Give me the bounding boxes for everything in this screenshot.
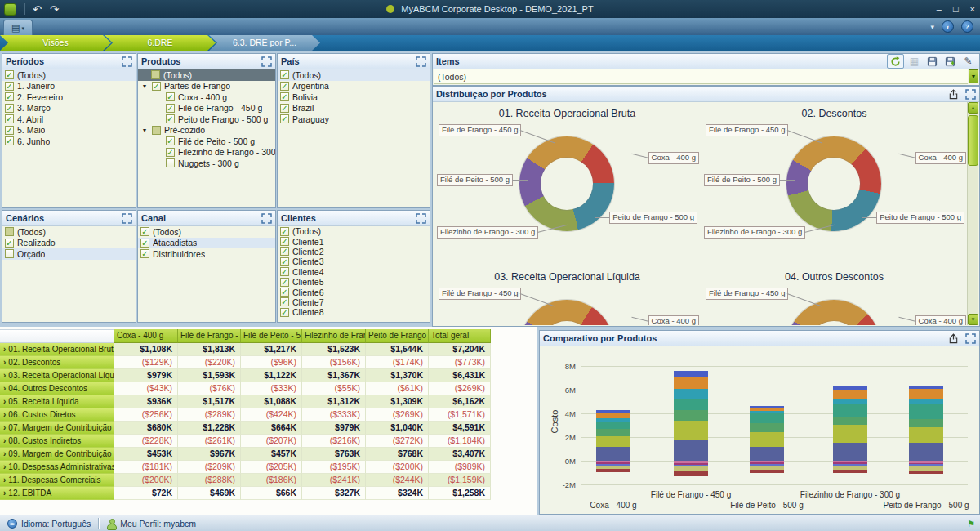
checkbox-checked[interactable]: ✓ [166,136,175,145]
filter-item[interactable]: ✓Brazil [278,103,430,114]
row-expand-icon[interactable]: › [3,343,6,355]
checkbox-checked[interactable]: ✓ [5,70,14,79]
bar-segment[interactable] [596,436,630,448]
checkbox-checked[interactable]: ✓ [152,82,161,91]
filter-item[interactable]: ✓(Todos) [278,69,430,81]
filter-item[interactable]: ✓1. Janeiro [2,81,136,92]
language-status[interactable]: Idioma: Português [0,515,98,531]
bar-segment[interactable] [750,413,784,423]
filter-item[interactable]: ✓Paraguay [278,114,430,125]
filter-item[interactable]: ✓Bolivia [278,91,430,103]
profile-status[interactable]: Meu Perfil: myabcm [99,515,203,531]
row-header[interactable]: ›09. Margem de Contribuição II [0,448,114,461]
bar-segment[interactable] [674,371,708,377]
filter-item[interactable]: ▾Pré-cozido [138,125,275,136]
checkbox-checked[interactable]: ✓ [280,278,289,287]
checkbox-checked[interactable]: ✓ [280,308,289,317]
bar-segment[interactable] [674,440,708,461]
undo-icon[interactable]: ↶ [29,3,46,16]
filter-item[interactable]: ✓(Todos) [2,69,136,81]
checkbox-checked[interactable]: ✓ [5,239,14,248]
grid-view-button[interactable]: ▦ [906,55,922,68]
info-button[interactable]: i [942,20,954,33]
tree-collapse-icon[interactable]: ▾ [140,127,149,134]
row-header[interactable]: ›07. Margem de Contribuição I [0,422,114,435]
minimize-button[interactable]: – [937,4,942,14]
bar-segment[interactable] [909,427,943,442]
checkbox-checked[interactable]: ✓ [280,257,289,266]
checkbox-checked[interactable]: ✓ [140,239,149,248]
checkbox-checked[interactable]: ✓ [280,288,289,297]
breadcrumb-tab[interactable]: Visões [0,35,111,51]
refresh-button[interactable] [887,54,904,69]
checkbox-checked[interactable]: ✓ [280,227,289,236]
checkbox-checked[interactable]: ✓ [280,82,289,91]
filter-item[interactable]: ✓(Todos) [278,226,430,236]
filter-item[interactable]: ✓Atacadistas [138,238,275,249]
export-icon[interactable] [948,89,959,100]
donut-ring[interactable] [786,300,881,325]
toolbar-chevron-icon[interactable]: ▾ [930,23,934,31]
column-header[interactable]: Filezinho de Fran... [302,329,366,343]
checkbox-checked[interactable]: ✓ [280,237,289,246]
expand-icon[interactable] [965,333,976,344]
checkbox-checked[interactable]: ✓ [5,114,14,123]
donut-ring[interactable] [519,300,614,325]
bar-segment[interactable] [833,399,867,404]
checkbox-checked[interactable]: ✓ [166,148,175,157]
expand-icon[interactable] [416,56,426,67]
row-expand-icon[interactable]: › [3,422,6,434]
bar-segment[interactable] [750,423,784,432]
checkbox-checked[interactable]: ✓ [140,249,149,258]
checkbox-partial[interactable] [5,227,14,236]
filter-item[interactable]: ✓Cliente7 [278,297,430,307]
checkbox-checked[interactable]: ✓ [166,114,175,123]
filter-item[interactable]: ✓Filé de Frango - 450 g [138,103,275,114]
checkbox-checked[interactable]: ✓ [280,92,289,101]
row-expand-icon[interactable]: › [3,395,6,408]
bar-segment[interactable] [596,418,630,422]
bar-segment[interactable] [750,432,784,447]
items-dropdown-button[interactable]: ▼ [969,69,978,83]
save-as-button[interactable] [942,55,958,68]
checkbox-checked[interactable]: ✓ [5,136,14,145]
row-expand-icon[interactable]: › [3,448,6,460]
filter-item[interactable]: ✓Argentina [278,81,430,92]
row-header[interactable]: ›11. Despesas Comerciais [0,474,114,487]
help-button[interactable]: ? [961,20,973,33]
checkbox-checked[interactable]: ✓ [140,227,149,236]
bar-segment[interactable] [750,408,784,411]
scrollbar-vertical[interactable]: ▲ ▼ [967,102,978,325]
bar-segment-negative[interactable] [596,469,630,472]
checkbox-checked[interactable]: ✓ [280,104,289,113]
restore-button[interactable]: □ [953,4,959,14]
filter-item[interactable]: ✓Cliente5 [278,277,430,287]
bar-segment-negative[interactable] [833,470,867,473]
checkbox-checked[interactable]: ✓ [166,92,175,101]
row-header[interactable]: ›03. Receita Operacional Líquida [0,369,114,382]
bar-segment[interactable] [750,406,784,408]
expand-icon[interactable] [261,56,272,67]
bar-segment[interactable] [909,386,943,389]
filter-item[interactable]: ▾✓Partes de Frango [138,81,275,92]
bar-segment[interactable] [674,421,708,440]
filter-item[interactable]: ✓2. Fevereiro [2,91,136,103]
tree-collapse-icon[interactable]: ▾ [140,83,149,90]
filter-item[interactable]: ✓4. Abril [2,114,136,125]
bar-segment[interactable] [909,399,943,404]
row-header[interactable]: ›12. EBITDA [0,487,114,500]
row-expand-icon[interactable]: › [3,435,6,447]
filter-item[interactable]: ✓Cliente1 [278,236,430,246]
filter-item[interactable]: ✓Filezinho de Frango - 300 g [138,147,275,158]
checkbox-checked[interactable]: ✓ [5,104,14,113]
checkbox-unchecked[interactable] [166,158,175,167]
checkbox-checked[interactable]: ✓ [280,297,289,306]
filter-item[interactable]: ✓Distribuidores [138,248,275,260]
filter-item[interactable]: ✓Cliente6 [278,287,430,297]
bar-segment[interactable] [596,413,630,418]
bar-segment[interactable] [596,447,630,461]
row-header[interactable]: ›04. Outros Descontos [0,382,114,395]
filter-item[interactable]: ✓(Todos) [138,226,275,238]
bar-segment[interactable] [674,410,708,421]
row-expand-icon[interactable]: › [3,369,6,382]
